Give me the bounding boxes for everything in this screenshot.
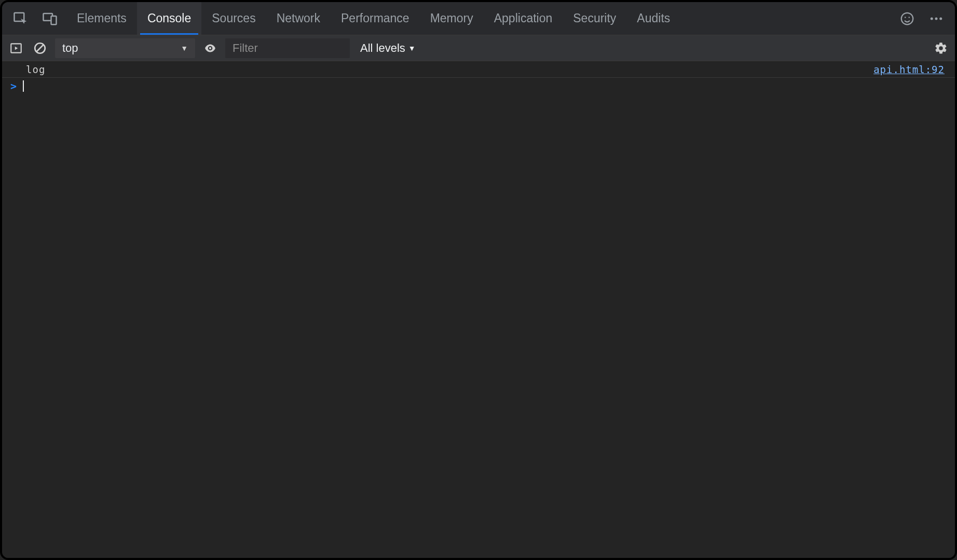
svg-point-3 [901,12,913,24]
chevron-down-icon: ▼ [181,44,188,52]
console-log-row: log api.html:92 [2,61,955,78]
execution-context-select[interactable]: top ▼ [55,38,195,58]
log-levels-select[interactable]: All levels ▼ [356,41,420,55]
svg-point-7 [935,17,938,20]
tab-label: Memory [430,11,473,25]
svg-rect-2 [51,16,57,24]
console-messages: log api.html:92 > [2,61,955,558]
tab-security[interactable]: Security [563,2,626,35]
svg-line-11 [37,45,44,51]
more-options-icon[interactable] [922,2,951,35]
console-prompt[interactable]: > [2,78,955,94]
tab-label: Application [494,11,553,25]
svg-point-8 [939,17,942,20]
log-message: log [26,64,873,75]
prompt-caret-icon: > [10,80,17,92]
svg-point-4 [905,17,906,18]
console-toolbar: top ▼ All levels ▼ [2,35,955,61]
tab-console[interactable]: Console [137,2,201,35]
device-toolbar-icon[interactable] [35,2,64,35]
tab-network[interactable]: Network [266,2,331,35]
tab-label: Audits [637,11,670,25]
live-expression-icon[interactable] [201,39,219,57]
tab-application[interactable]: Application [484,2,563,35]
tab-label: Elements [77,11,127,25]
svg-point-5 [909,17,910,18]
tab-label: Performance [341,11,409,25]
tab-label: Console [147,11,191,25]
tab-performance[interactable]: Performance [331,2,420,35]
console-settings-icon[interactable] [932,39,950,57]
levels-label: All levels [360,41,405,55]
chevron-down-icon: ▼ [408,44,416,52]
devtools-tabbar: Elements Console Sources Network Perform… [2,2,955,35]
inspect-element-icon[interactable] [6,2,35,35]
tab-label: Network [277,11,320,25]
tab-sources[interactable]: Sources [201,2,266,35]
tab-elements[interactable]: Elements [66,2,137,35]
clear-console-icon[interactable] [31,39,49,57]
feedback-smiley-icon[interactable] [893,2,922,35]
tab-label: Sources [212,11,255,25]
context-value: top [62,41,78,55]
tab-label: Security [573,11,616,25]
toggle-sidebar-icon[interactable] [7,39,25,57]
svg-point-12 [209,47,211,49]
panel-tabs: Elements Console Sources Network Perform… [66,2,680,35]
svg-point-6 [931,17,933,20]
tab-memory[interactable]: Memory [420,2,484,35]
tab-audits[interactable]: Audits [626,2,680,35]
text-cursor [23,80,24,92]
filter-input[interactable] [225,38,350,58]
log-source-link[interactable]: api.html:92 [873,64,945,75]
